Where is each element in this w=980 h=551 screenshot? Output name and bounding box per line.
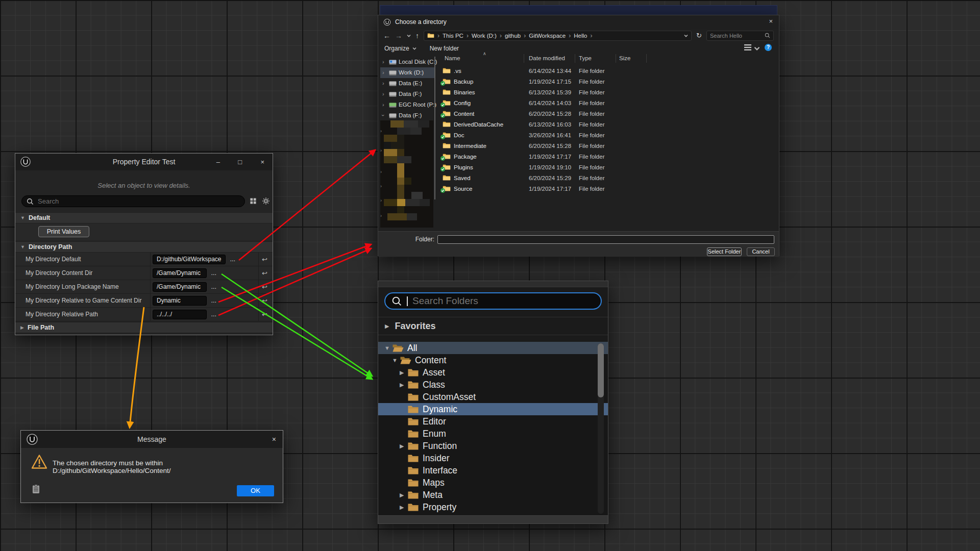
- history-chevron-icon[interactable]: [407, 34, 411, 38]
- file-row[interactable]: Binaries 6/13/2024 15:39 File folder: [439, 87, 718, 98]
- folder-tree-item[interactable]: Function: [378, 440, 608, 452]
- file-row[interactable]: Plugins 1/19/2024 19:10 File folder: [439, 162, 718, 173]
- favorites-section[interactable]: ▶ Favorites: [378, 317, 608, 335]
- tree-expand-icon[interactable]: [400, 369, 408, 376]
- property-value-input[interactable]: /Game/Dynamic: [153, 282, 207, 292]
- help-icon[interactable]: ?: [765, 44, 772, 51]
- folder-tree-item[interactable]: CustomAsset: [378, 391, 608, 403]
- file-row[interactable]: Doc 3/26/2024 16:41 File folder: [439, 130, 718, 141]
- tree-scrollbar[interactable]: [598, 343, 604, 514]
- close-icon[interactable]: ×: [260, 154, 264, 170]
- details-search-input[interactable]: Search: [21, 195, 245, 207]
- breadcrumb-segment[interactable]: This PC: [443, 33, 463, 39]
- drive-tree-item[interactable]: › Data (E:): [380, 78, 435, 89]
- folder-name-input[interactable]: [437, 235, 774, 244]
- folder-search-input[interactable]: Search Folders: [384, 292, 602, 310]
- file-row[interactable]: Content 6/20/2024 15:28 File folder: [439, 109, 718, 119]
- column-size[interactable]: Size: [619, 54, 630, 63]
- expand-chevron-icon[interactable]: ›: [382, 69, 384, 76]
- breadcrumb-segment[interactable]: github: [505, 33, 521, 39]
- browse-dots-button[interactable]: ...: [211, 312, 217, 317]
- close-icon[interactable]: ×: [272, 431, 276, 448]
- browse-dots-button[interactable]: ...: [230, 257, 236, 262]
- forward-icon[interactable]: →: [395, 32, 402, 39]
- maximize-icon[interactable]: □: [238, 154, 242, 170]
- column-date[interactable]: Date modified: [529, 54, 565, 63]
- reset-to-default-icon[interactable]: ↩: [262, 294, 267, 308]
- browse-dots-button[interactable]: ...: [211, 285, 217, 290]
- folder-tree-item[interactable]: Meta: [378, 489, 608, 501]
- tree-expand-icon[interactable]: [392, 357, 400, 363]
- refresh-icon[interactable]: ↻: [696, 32, 702, 39]
- organize-button[interactable]: Organize: [384, 45, 416, 52]
- folder-tree-item[interactable]: Content: [378, 354, 608, 366]
- file-row[interactable]: DerivedDataCache 6/13/2024 16:03 File fo…: [439, 119, 718, 130]
- breadcrumb-segment[interactable]: GitWorkspace: [529, 33, 566, 39]
- drive-tree-item[interactable]: › Work (D:): [380, 67, 435, 78]
- cancel-button[interactable]: Cancel: [747, 247, 775, 256]
- dialog-titlebar[interactable]: Message ×: [21, 431, 283, 448]
- folder-tree-item[interactable]: Enum: [378, 428, 608, 440]
- folder-tree-item[interactable]: Asset: [378, 366, 608, 379]
- drive-tree-item[interactable]: › EGC Root (P:): [380, 99, 435, 110]
- copy-to-clipboard-icon[interactable]: [32, 484, 40, 494]
- expand-chevron-icon[interactable]: ›: [380, 114, 387, 116]
- column-name[interactable]: Name: [445, 54, 460, 63]
- property-value-input[interactable]: ../../../: [153, 310, 207, 319]
- property-value-input[interactable]: /Game/Dynamic: [153, 268, 207, 278]
- folder-tree-item[interactable]: Dynamic: [378, 403, 608, 415]
- reset-to-default-icon[interactable]: ↩: [262, 308, 267, 321]
- expand-chevron-icon[interactable]: ›: [382, 101, 384, 108]
- drive-tree-item[interactable]: › Local Disk (C:): [380, 57, 435, 67]
- folder-tree-item[interactable]: Property: [378, 501, 608, 513]
- reset-to-default-icon[interactable]: ↩: [262, 253, 267, 266]
- folder-tree-item[interactable]: All: [378, 342, 608, 354]
- breadcrumb-segment[interactable]: Hello: [574, 33, 587, 39]
- file-row[interactable]: Config 6/14/2024 14:03 File folder: [439, 98, 718, 109]
- sidebar-scrollbar[interactable]: [434, 57, 435, 199]
- folder-tree-item[interactable]: Insider: [378, 452, 608, 464]
- dialog-titlebar[interactable]: Choose a directory ×: [378, 15, 779, 29]
- property-value-input[interactable]: Dynamic: [153, 296, 207, 306]
- tree-expand-icon[interactable]: [400, 492, 408, 498]
- address-bar[interactable]: › This PC › Work (D:) ›: [424, 31, 692, 41]
- new-folder-button[interactable]: New folder: [430, 45, 459, 52]
- file-row[interactable]: Source 1/19/2024 17:17 File folder: [439, 184, 718, 194]
- tree-expand-icon[interactable]: [400, 443, 408, 449]
- folder-tree-item[interactable]: Class: [378, 379, 608, 391]
- print-values-button[interactable]: Print Values: [38, 226, 89, 237]
- expand-chevron-icon[interactable]: ›: [382, 90, 384, 97]
- close-icon[interactable]: ×: [769, 17, 773, 25]
- file-row[interactable]: Package 1/19/2024 17:17 File folder: [439, 152, 718, 162]
- view-mode-button[interactable]: [744, 44, 757, 51]
- folder-tree-item[interactable]: Interface: [378, 464, 608, 477]
- file-row[interactable]: Backup 1/19/2024 17:15 File folder: [439, 77, 718, 87]
- column-type[interactable]: Type: [579, 54, 592, 63]
- reset-to-default-icon[interactable]: ↩: [262, 266, 267, 280]
- tree-expand-icon[interactable]: [400, 382, 408, 388]
- expand-chevron-icon[interactable]: ›: [382, 80, 384, 87]
- display-settings-icon[interactable]: [249, 197, 257, 205]
- expand-chevron-icon[interactable]: ›: [382, 58, 384, 65]
- file-row[interactable]: Saved 6/20/2024 15:29 File folder: [439, 173, 718, 184]
- minimize-icon[interactable]: –: [216, 154, 220, 170]
- window-titlebar[interactable]: Property Editor Test – □ ×: [15, 154, 273, 170]
- section-default[interactable]: ▼ Default: [15, 212, 273, 223]
- tree-expand-icon[interactable]: [384, 345, 393, 351]
- breadcrumb-segment[interactable]: Work (D:): [472, 33, 497, 39]
- section-directory-path[interactable]: ▼ Directory Path: [15, 241, 273, 253]
- reset-to-default-icon[interactable]: ↩: [262, 280, 267, 294]
- drive-tree-item[interactable]: › Data (F:): [380, 110, 435, 121]
- folder-tree-item[interactable]: Maps: [378, 477, 608, 489]
- browse-dots-button[interactable]: ...: [211, 298, 217, 304]
- address-dropdown-icon[interactable]: [684, 34, 688, 38]
- select-folder-button[interactable]: Select Folder: [707, 247, 742, 256]
- folder-tree-item[interactable]: Editor: [378, 415, 608, 428]
- favorites-expand-icon[interactable]: ▶: [385, 323, 389, 330]
- back-icon[interactable]: ←: [383, 32, 390, 39]
- ok-button[interactable]: OK: [237, 485, 274, 496]
- file-row[interactable]: Intermediate 6/20/2024 15:28 File folder: [439, 141, 718, 152]
- file-row[interactable]: .vs 6/14/2024 13:44 File folder: [439, 66, 718, 77]
- gear-icon[interactable]: [262, 197, 270, 205]
- tree-expand-icon[interactable]: [400, 504, 408, 511]
